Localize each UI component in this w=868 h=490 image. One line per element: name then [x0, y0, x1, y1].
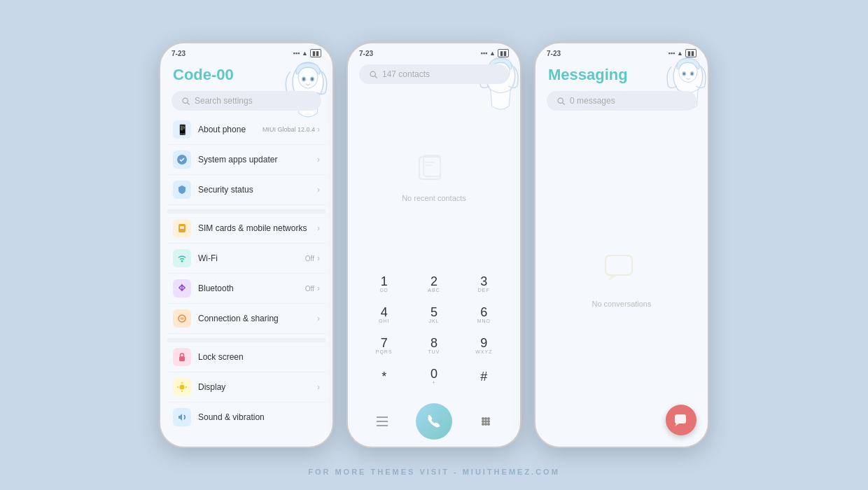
dialpad-num-9: 9	[480, 337, 487, 349]
dialpad-letters-1: GD	[379, 288, 388, 293]
svg-line-7	[188, 102, 190, 104]
svg-rect-53	[675, 414, 686, 424]
settings-item-display[interactable]: Display ›	[167, 372, 326, 402]
display-chevron: ›	[317, 382, 320, 392]
bluetooth-label: Bluetooth	[198, 284, 305, 293]
search-icon	[181, 97, 190, 106]
dialpad-row-4: * 0 + #	[359, 363, 509, 391]
security-label: Security status	[198, 185, 317, 195]
system-apps-label: System apps updater	[198, 155, 317, 164]
svg-rect-10	[180, 226, 184, 229]
status-icons: ▪▪▪ ▲ ▮▮	[293, 49, 322, 57]
wifi-sub: Off	[305, 255, 314, 262]
dialpad-key-2[interactable]: 2 ABC	[414, 270, 454, 298]
wifi-label: Wi-Fi	[198, 253, 305, 263]
search-settings-bar[interactable]: Search settings	[172, 91, 321, 111]
dialpad-letters-8: TUV	[428, 349, 440, 355]
dialpad-key-1[interactable]: 1 GD	[365, 270, 404, 298]
svg-point-41	[484, 423, 487, 426]
contacts-search-bar[interactable]: 147 contacts	[359, 64, 509, 84]
dialpad-toggle-btn[interactable]	[473, 409, 498, 434]
dialpad-letters-9: WXYZ	[475, 349, 492, 355]
about-phone-chevron: ›	[317, 125, 320, 134]
call-button[interactable]	[416, 403, 452, 440]
dialpad-key-hash[interactable]: #	[464, 363, 503, 391]
svg-point-39	[487, 420, 490, 423]
dialpad-num-0: 0	[430, 368, 438, 380]
dialer-content: 147 contacts No recent contacts	[348, 60, 520, 447]
signal-icon: ▪▪▪	[293, 50, 300, 57]
dialpad-key-star[interactable]: *	[365, 363, 404, 391]
contacts-search-icon	[369, 70, 378, 79]
settings-item-about-phone[interactable]: 📱 About phone MIUI Global 12.0.4 ›	[167, 115, 326, 145]
wifi-settings-icon	[173, 249, 191, 267]
svg-point-35	[484, 417, 487, 420]
settings-item-security[interactable]: Security status ›	[167, 175, 326, 205]
settings-item-bluetooth[interactable]: Bluetooth Off ›	[167, 274, 326, 304]
settings-item-system-apps[interactable]: System apps updater ›	[167, 145, 326, 175]
dialpad-key-0[interactable]: 0 +	[414, 363, 454, 391]
dialpad-key-7[interactable]: 7 PQRS	[365, 332, 404, 360]
svg-point-40	[482, 423, 484, 426]
no-recent-label: No recent contacts	[402, 194, 466, 202]
sim-icon	[173, 219, 191, 237]
no-conversations-area: No conversations	[536, 115, 708, 447]
dialpad: 1 GD 2 ABC 3 DEF	[348, 267, 520, 399]
settings-app-title: Code-00	[160, 60, 332, 87]
dialpad-num-2: 2	[430, 275, 438, 288]
sim-chevron: ›	[317, 223, 320, 233]
display-icon	[173, 378, 191, 396]
dialpad-num-8: 8	[430, 337, 438, 349]
dialpad-num-hash: #	[480, 370, 487, 383]
messaging-content: Messaging 0 messages No c	[536, 60, 708, 447]
about-phone-icon: 📱	[173, 120, 191, 139]
svg-rect-28	[424, 155, 440, 176]
dialpad-num-3: 3	[480, 275, 487, 288]
svg-marker-52	[608, 275, 618, 281]
dialpad-num-5: 5	[430, 306, 438, 318]
about-phone-label: About phone	[198, 125, 262, 134]
dialpad-key-4[interactable]: 4 GHI	[365, 301, 404, 329]
dialpad-letters-2: ABC	[428, 288, 440, 293]
dialpad-key-3[interactable]: 3 DEF	[464, 270, 503, 298]
no-recent-area: No recent contacts	[348, 88, 520, 267]
messages-search-icon	[556, 97, 566, 106]
bluetooth-chevron: ›	[317, 284, 320, 293]
dialpad-letters-6: MNO	[477, 318, 491, 324]
dialpad-letters-3: DEF	[478, 288, 490, 293]
dialpad-key-9[interactable]: 9 WXYZ	[464, 332, 503, 360]
svg-rect-51	[606, 255, 632, 275]
dialpad-key-5[interactable]: 5 JKL	[414, 301, 454, 329]
settings-item-connection[interactable]: Connection & sharing ›	[167, 304, 326, 334]
phone-settings: 7-23 ▪▪▪ ▲ ▮▮	[159, 42, 334, 448]
svg-point-11	[181, 260, 183, 262]
display-label: Display	[198, 382, 317, 392]
security-icon	[173, 181, 191, 199]
contacts-btn[interactable]	[370, 409, 395, 434]
search-settings-placeholder: Search settings	[195, 96, 253, 106]
svg-point-14	[180, 385, 185, 390]
dialpad-row-2: 4 GHI 5 JKL 6 MNO	[359, 301, 509, 329]
dialer-actions	[348, 399, 520, 447]
svg-point-34	[482, 417, 484, 420]
dialpad-num-star: *	[382, 370, 386, 383]
dialpad-row-1: 1 GD 2 ABC 3 DEF	[359, 270, 509, 298]
settings-item-wifi[interactable]: Wi-Fi Off ›	[167, 244, 326, 274]
dialpad-key-8[interactable]: 8 TUV	[414, 332, 454, 360]
dialpad-num-7: 7	[381, 337, 388, 349]
settings-item-sim[interactable]: SIM cards & mobile networks ›	[167, 209, 326, 244]
dialpad-num-4: 4	[381, 306, 388, 318]
battery-icon: ▮▮	[310, 49, 321, 57]
messages-search-bar[interactable]: 0 messages	[547, 91, 696, 111]
bluetooth-sub: Off	[305, 285, 314, 293]
settings-item-lockscreen[interactable]: Lock screen	[167, 338, 326, 372]
time-settings: 7-23	[172, 50, 186, 57]
time-messaging: 7-23	[547, 50, 561, 57]
dialpad-key-6[interactable]: 6 MNO	[464, 301, 503, 329]
about-phone-badge: MIUI Global 12.0.4	[262, 126, 315, 133]
compose-message-fab[interactable]	[666, 405, 696, 435]
settings-item-sound[interactable]: Sound & vibration	[167, 402, 326, 432]
messaging-app-title: Messaging	[536, 60, 708, 87]
connection-chevron: ›	[317, 314, 320, 323]
dialpad-letters-7: PQRS	[376, 349, 393, 355]
